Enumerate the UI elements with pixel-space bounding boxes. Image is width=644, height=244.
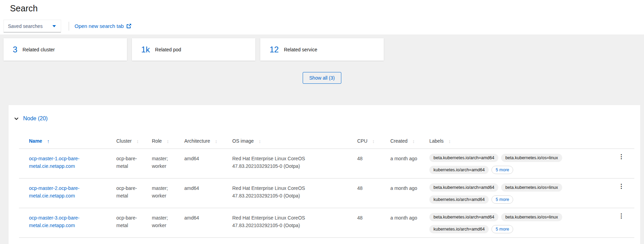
open-new-search-tab-link[interactable]: Open new search tab <box>75 23 131 29</box>
column-header-created: Created ↕ <box>390 138 429 149</box>
chevron-down-icon <box>14 116 19 121</box>
column-label-role[interactable]: Role <box>152 138 162 144</box>
column-header-cpu: CPU ↕ <box>357 138 390 149</box>
cell-created: a month ago <box>390 179 429 208</box>
kebab-menu-icon[interactable]: ⋮ <box>616 212 626 233</box>
column-header-actions <box>614 138 634 149</box>
label-badge: kubernetes.io/arch=amd64 <box>429 225 489 233</box>
sort-icon[interactable]: ↕ <box>167 139 169 144</box>
column-label-architecture[interactable]: Architecture <box>184 138 210 144</box>
sort-icon[interactable]: ↕ <box>258 139 261 144</box>
cell-os-image: Red Hat Enterprise Linux CoreOS 47.83.20… <box>232 208 357 237</box>
node-table: Name ↑ Cluster ↕ Role ↕ Architecture ↕ O… <box>19 138 634 238</box>
more-labels-button[interactable]: 5 more <box>491 195 513 204</box>
column-label-name[interactable]: Name <box>29 138 42 144</box>
page-title: Search <box>10 3 644 13</box>
cell-os-image: Red Hat Enterprise Linux CoreOS 47.83.20… <box>232 149 357 178</box>
kebab-menu-icon[interactable]: ⋮ <box>616 183 626 204</box>
cell-architecture: amd64 <box>184 149 232 178</box>
cell-cpu: 48 <box>357 179 390 208</box>
sort-icon[interactable]: ↕ <box>372 139 375 144</box>
column-label-cpu[interactable]: CPU <box>357 138 368 144</box>
cell-cpu: 48 <box>357 208 390 237</box>
cell-architecture: amd64 <box>184 208 232 237</box>
column-label-os-image[interactable]: OS image <box>232 138 254 144</box>
related-service-card[interactable]: 12 Related service <box>260 38 384 61</box>
show-all-button[interactable]: Show all (3) <box>303 72 341 84</box>
cell-role: master; worker <box>152 208 184 237</box>
label-badge: kubernetes.io/arch=amd64 <box>429 195 489 204</box>
node-name-link[interactable]: ocp-master-2.ocp-bare-metal.cie.netapp.c… <box>29 185 79 199</box>
table-row: ocp-master-1.ocp-bare-metal.cie.netapp.c… <box>19 149 634 179</box>
cell-created: a month ago <box>390 208 429 237</box>
toolbar-divider <box>69 22 69 31</box>
column-header-architecture: Architecture ↕ <box>184 138 232 149</box>
cell-actions: ⋮ <box>614 149 634 178</box>
node-section-title: Node (20) <box>23 115 48 122</box>
label-badge: beta.kubernetes.io/arch=amd64 <box>429 183 498 192</box>
label-badge: beta.kubernetes.io/os=linux <box>501 183 562 192</box>
cell-actions: ⋮ <box>614 208 634 237</box>
label-badge: beta.kubernetes.io/arch=amd64 <box>429 213 498 221</box>
column-label-labels[interactable]: Labels <box>429 138 443 144</box>
cell-name: ocp-master-1.ocp-bare-metal.cie.netapp.c… <box>29 149 116 178</box>
cell-cluster: ocp-bare-metal <box>116 208 152 237</box>
sort-icon[interactable]: ↕ <box>215 139 217 144</box>
cell-architecture: amd64 <box>184 179 232 208</box>
column-label-created[interactable]: Created <box>390 138 408 144</box>
column-header-labels: Labels ↕ <box>429 138 614 149</box>
column-header-role: Role ↕ <box>152 138 184 149</box>
node-name-link[interactable]: ocp-master-1.ocp-bare-metal.cie.netapp.c… <box>29 156 79 169</box>
related-cluster-count: 3 <box>13 45 17 54</box>
table-row: ocp-master-2.ocp-bare-metal.cie.netapp.c… <box>19 179 634 208</box>
cell-actions: ⋮ <box>614 179 634 208</box>
label-badge: beta.kubernetes.io/arch=amd64 <box>429 154 498 162</box>
label-badge: kubernetes.io/arch=amd64 <box>429 166 489 174</box>
related-pod-card[interactable]: 1k Related pod <box>132 38 255 61</box>
cell-name: ocp-master-2.ocp-bare-metal.cie.netapp.c… <box>29 179 116 208</box>
cell-created: a month ago <box>390 149 429 178</box>
related-pod-label: Related pod <box>155 47 181 52</box>
cell-labels: beta.kubernetes.io/arch=amd64 beta.kuber… <box>429 179 614 208</box>
summary-cards-row: 3 Related cluster 1k Related pod 12 Rela… <box>3 38 644 61</box>
more-labels-button[interactable]: 5 more <box>491 166 513 174</box>
search-toolbar: Saved searches Open new search tab <box>3 20 131 32</box>
sort-icon[interactable]: ↕ <box>448 139 451 144</box>
related-cluster-label: Related cluster <box>22 47 55 52</box>
results-panel: Node (20) Name ↑ Cluster ↕ Role ↕ Archit… <box>9 105 640 244</box>
cell-role: master; worker <box>152 179 184 208</box>
sort-icon[interactable]: ↕ <box>136 139 139 144</box>
sort-ascending-icon[interactable]: ↑ <box>47 139 50 144</box>
column-header-name: Name ↑ <box>29 138 116 149</box>
cell-labels: beta.kubernetes.io/arch=amd64 beta.kuber… <box>429 149 614 178</box>
caret-down-icon <box>52 25 56 27</box>
page-header: Search Saved searches Open new search ta… <box>0 0 644 34</box>
cell-cluster: ocp-bare-metal <box>116 179 152 208</box>
node-name-link[interactable]: ocp-master-3.ocp-bare-metal.cie.netapp.c… <box>29 215 79 228</box>
external-link-icon <box>126 23 131 29</box>
label-badge: beta.kubernetes.io/os=linux <box>501 154 562 162</box>
saved-searches-dropdown[interactable]: Saved searches <box>3 20 61 32</box>
show-all-row: Show all (3) <box>0 72 644 84</box>
more-labels-button[interactable]: 5 more <box>491 225 513 233</box>
cell-os-image: Red Hat Enterprise Linux CoreOS 47.83.20… <box>232 179 357 208</box>
table-header-row: Name ↑ Cluster ↕ Role ↕ Architecture ↕ O… <box>19 138 634 149</box>
table-row: ocp-master-3.ocp-bare-metal.cie.netapp.c… <box>19 208 634 238</box>
related-pod-count: 1k <box>141 45 150 54</box>
cell-cpu: 48 <box>357 149 390 178</box>
node-section-toggle[interactable]: Node (20) <box>14 115 48 122</box>
sort-icon[interactable]: ↕ <box>412 139 415 144</box>
cell-role: master; worker <box>152 149 184 178</box>
related-service-label: Related service <box>284 47 318 52</box>
kebab-menu-icon[interactable]: ⋮ <box>616 153 626 174</box>
column-header-cluster: Cluster ↕ <box>116 138 152 149</box>
label-badge: beta.kubernetes.io/os=linux <box>501 213 562 221</box>
related-service-count: 12 <box>270 45 279 54</box>
column-label-cluster[interactable]: Cluster <box>116 138 131 144</box>
cell-cluster: ocp-bare-metal <box>116 149 152 178</box>
content-area: 3 Related cluster 1k Related pod 12 Rela… <box>0 34 644 244</box>
related-cluster-card[interactable]: 3 Related cluster <box>3 38 127 61</box>
cell-name: ocp-master-3.ocp-bare-metal.cie.netapp.c… <box>29 208 116 237</box>
open-new-tab-label: Open new search tab <box>75 23 124 29</box>
column-header-os-image: OS image ↕ <box>232 138 357 149</box>
